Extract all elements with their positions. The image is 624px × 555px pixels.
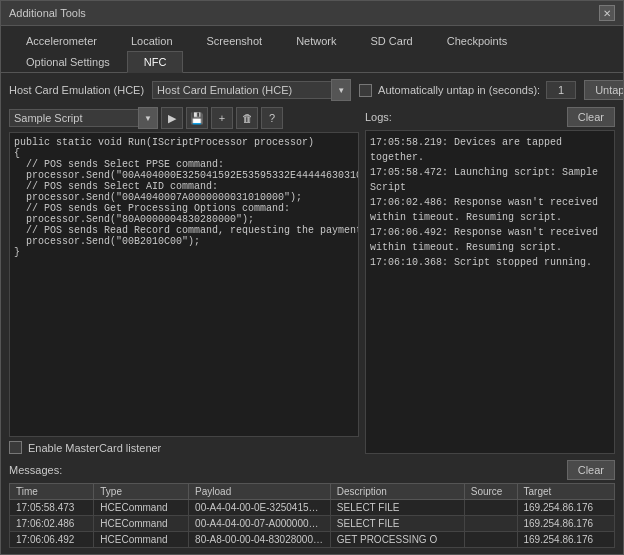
hce-select[interactable]: Host Card Emulation (HCE) [152, 81, 332, 99]
script-toolbar: Sample Script ▼ ▶ 💾 + 🗑 ? [9, 107, 359, 129]
messages-table: Time Type Payload Description Source Tar… [9, 483, 615, 548]
cell-source-2 [464, 532, 517, 548]
cell-target-1: 169.254.86.176 [517, 516, 615, 532]
script-select-wrapper: Sample Script ▼ [9, 107, 158, 129]
cell-target-2: 169.254.86.176 [517, 532, 615, 548]
script-dropdown-arrow[interactable]: ▼ [138, 107, 158, 129]
cell-source-0 [464, 500, 517, 516]
log-entry-3: 17:06:06.492: Response wasn't received w… [370, 225, 610, 255]
messages-clear-button[interactable]: Clear [567, 460, 615, 480]
col-type: Type [94, 484, 189, 500]
cell-payload-2: 80-A8-00-00-04-83028000-00 [189, 532, 331, 548]
tab-screenshot[interactable]: Screenshot [190, 30, 280, 52]
window-title: Additional Tools [9, 7, 86, 19]
auto-untap-area: Automatically untap in (seconds): [359, 81, 576, 99]
tab-location[interactable]: Location [114, 30, 190, 52]
col-target: Target [517, 484, 615, 500]
mastercard-checkbox[interactable] [9, 441, 22, 454]
add-script-button[interactable]: + [211, 107, 233, 129]
delete-script-button[interactable]: 🗑 [236, 107, 258, 129]
table-row: 17:06:02.486 HCECommand 00-A4-04-00-07-A… [10, 516, 615, 532]
col-payload: Payload [189, 484, 331, 500]
col-time: Time [10, 484, 94, 500]
cell-time-0: 17:05:58.473 [10, 500, 94, 516]
col-description: Description [330, 484, 464, 500]
cell-payload-1: 00-A4-04-00-07-A0000000031010- [189, 516, 331, 532]
cell-payload-0: 00-A4-04-00-0E-325041592E53595 [189, 500, 331, 516]
mastercard-row: Enable MasterCard listener [9, 441, 359, 454]
log-entry-1: 17:05:58.472: Launching script: Sample S… [370, 165, 610, 195]
play-button[interactable]: ▶ [161, 107, 183, 129]
tab-network[interactable]: Network [279, 30, 353, 52]
tab-optional-settings[interactable]: Optional Settings [9, 51, 127, 73]
script-panel: Sample Script ▼ ▶ 💾 + 🗑 ? public static … [9, 107, 359, 454]
logs-content: 17:05:58.219: Devices are tapped togethe… [365, 130, 615, 454]
tab-checkpoints[interactable]: Checkpoints [430, 30, 525, 52]
table-row: 17:06:06.492 HCECommand 80-A8-00-00-04-8… [10, 532, 615, 548]
cell-time-1: 17:06:02.486 [10, 516, 94, 532]
auto-untap-label: Automatically untap in (seconds): [378, 84, 540, 96]
script-code-editor[interactable]: public static void Run(IScriptProcessor … [9, 132, 359, 437]
mastercard-label: Enable MasterCard listener [28, 442, 161, 454]
cell-desc-2: GET PROCESSING O [330, 532, 464, 548]
cell-type-2: HCECommand [94, 532, 189, 548]
messages-table-container[interactable]: Time Type Payload Description Source Tar… [9, 483, 615, 548]
log-entry-2: 17:06:02.486: Response wasn't received w… [370, 195, 610, 225]
col-source: Source [464, 484, 517, 500]
cell-desc-1: SELECT FILE [330, 516, 464, 532]
hce-dropdown-arrow[interactable]: ▼ [331, 79, 351, 101]
untap-button[interactable]: Untap [584, 80, 623, 100]
messages-header: Messages: Clear [9, 460, 615, 480]
messages-title: Messages: [9, 464, 62, 476]
messages-section: Messages: Clear Time Type Payload Descri… [9, 460, 615, 548]
cell-time-2: 17:06:06.492 [10, 532, 94, 548]
tab-nfc[interactable]: NFC [127, 51, 184, 73]
cell-type-1: HCECommand [94, 516, 189, 532]
logs-clear-button[interactable]: Clear [567, 107, 615, 127]
table-header-row: Time Type Payload Description Source Tar… [10, 484, 615, 500]
script-select[interactable]: Sample Script [9, 109, 139, 127]
content-area: Host Card Emulation (HCE) Host Card Emul… [1, 73, 623, 554]
help-button[interactable]: ? [261, 107, 283, 129]
cell-target-0: 169.254.86.176 [517, 500, 615, 516]
cell-source-1 [464, 516, 517, 532]
auto-untap-value[interactable] [546, 81, 576, 99]
main-panels: Sample Script ▼ ▶ 💾 + 🗑 ? public static … [9, 107, 615, 454]
additional-tools-window: Additional Tools ✕ Accelerometer Locatio… [0, 0, 624, 555]
save-button[interactable]: 💾 [186, 107, 208, 129]
logs-title: Logs: [365, 111, 392, 123]
cell-type-0: HCECommand [94, 500, 189, 516]
tab-accelerometer[interactable]: Accelerometer [9, 30, 114, 52]
top-bar: Host Card Emulation (HCE) Host Card Emul… [9, 79, 615, 101]
table-row: 17:05:58.473 HCECommand 00-A4-04-00-0E-3… [10, 500, 615, 516]
logs-header: Logs: Clear [365, 107, 615, 127]
log-entry-0: 17:05:58.219: Devices are tapped togethe… [370, 135, 610, 165]
hce-label: Host Card Emulation (HCE) [9, 84, 144, 96]
hce-select-wrapper: Host Card Emulation (HCE) ▼ [152, 79, 351, 101]
log-entry-4: 17:06:10.368: Script stopped running. [370, 255, 610, 270]
nav-tabs: Accelerometer Location Screenshot Networ… [1, 26, 623, 73]
close-button[interactable]: ✕ [599, 5, 615, 21]
logs-panel: Logs: Clear 17:05:58.219: Devices are ta… [365, 107, 615, 454]
tab-sd-card[interactable]: SD Card [354, 30, 430, 52]
title-bar: Additional Tools ✕ [1, 1, 623, 26]
auto-untap-checkbox[interactable] [359, 84, 372, 97]
cell-desc-0: SELECT FILE [330, 500, 464, 516]
